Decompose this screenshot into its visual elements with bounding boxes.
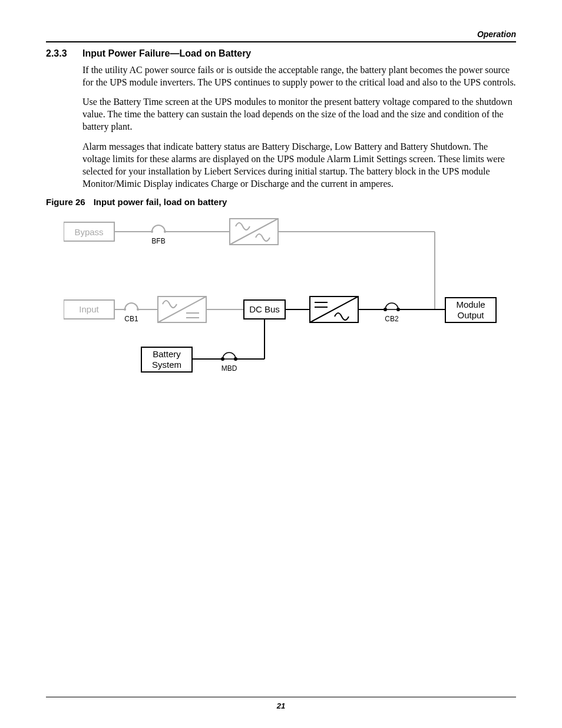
diagram: Bypass BFB [64, 210, 516, 390]
section-heading: 2.3.3 Input Power Failure—Load on Batter… [46, 48, 516, 59]
figure-caption: Figure 26Input power fail, load on batte… [46, 197, 516, 207]
breaker-bfb-label: BFB [151, 237, 165, 245]
breaker-cb2-label: CB2 [385, 315, 399, 323]
breaker-mbd-label: MBD [222, 364, 237, 373]
footer-rule [46, 697, 516, 697]
section-body: If the utility AC power source fails or … [82, 64, 516, 190]
svg-line-11 [230, 219, 278, 245]
page: Operation 2.3.3 Input Power Failure—Load… [0, 0, 562, 728]
paragraph-1: If the utility AC power source fails or … [82, 64, 516, 88]
dc-bus-label: DC Bus [249, 304, 280, 314]
breaker-cb1-label: CB1 [124, 315, 138, 323]
module-output-label-1: Module [456, 299, 485, 309]
figure-label: Figure 26 [46, 197, 85, 207]
battery-label-2: System [152, 360, 181, 370]
section-number: 2.3.3 [46, 48, 82, 59]
module-output-label-2: Output [457, 310, 484, 320]
svg-point-7 [151, 230, 153, 233]
header-rule [46, 41, 516, 42]
page-number: 21 [0, 701, 562, 710]
paragraph-2: Use the Battery Time screen at the UPS m… [82, 95, 516, 133]
bypass-label: Bypass [74, 227, 103, 237]
svg-point-16 [124, 308, 126, 311]
section-title: Input Power Failure—Load on Battery [82, 48, 251, 59]
running-header: Operation [46, 29, 516, 41]
input-label: Input [79, 304, 99, 314]
battery-label-1: Battery [153, 349, 181, 359]
figure-title: Input power fail, load on battery [94, 197, 227, 207]
paragraph-3: Alarm messages that indicate battery sta… [82, 140, 516, 190]
